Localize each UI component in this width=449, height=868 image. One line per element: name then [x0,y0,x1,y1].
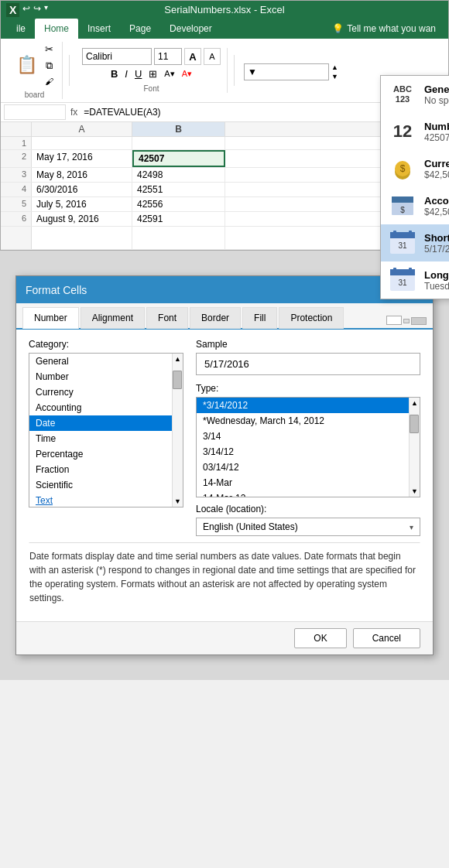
formula-prefix: fx [70,107,77,118]
grow-font-btn[interactable]: A [184,48,201,65]
locale-label: Locale (location): [196,504,420,514]
cell-3b[interactable]: 42498 [132,168,225,182]
font-name-input[interactable] [82,48,152,65]
type-scrollbar[interactable]: ▲ ▼ [409,398,420,497]
tab-fill[interactable]: Fill [242,307,277,329]
redo-btn[interactable]: ↪ [33,3,41,17]
cell-6a[interactable]: August 9, 2016 [32,212,132,226]
type-scroll-down[interactable]: ▼ [410,486,420,497]
locale-select[interactable]: English (United States) ▾ [196,518,420,536]
shrink-font-btn[interactable]: A [204,48,221,65]
type-scroll-track[interactable] [410,408,420,486]
type-scroll-up[interactable]: ▲ [410,398,420,408]
list-item[interactable]: Accounting [29,400,172,415]
dialog-overlay: Format Cells ? ✕ Number Alignment Font B… [0,251,449,680]
cell-1a[interactable] [32,137,132,149]
row-num-3: 3 [1,168,32,182]
cell-3a[interactable]: May 8, 2016 [32,168,132,182]
list-item[interactable]: Number [29,369,172,384]
scroll-track[interactable] [173,364,183,496]
cut-btn[interactable]: ✂ [43,42,56,56]
format-item-currency[interactable]: $ Currency $42,507.00 [381,150,449,187]
tab-home[interactable]: Home [35,19,78,39]
excel-window: X ↩ ↪ ▾ SerialNumbers.xlsx - Excel ile H… [0,0,449,251]
italic-btn[interactable]: I [122,67,130,81]
font-size-input[interactable] [154,48,182,65]
type-list: *3/14/2012 *Wednesday, March 14, 2012 3/… [196,397,420,497]
tab-alignment[interactable]: Alignment [81,307,145,329]
list-item[interactable]: Percentage [29,446,172,462]
accounting-icon: $ [389,192,416,220]
locale-value: English (United States) [203,521,298,532]
number-text: Number 42507.00 [424,121,449,143]
type-item[interactable]: 3/14/12 [197,444,409,460]
format-item-longdate[interactable]: 31 Long Date Tuesday, May 17, 2016 [381,261,449,299]
cell-4a[interactable]: 6/30/2016 [32,183,132,196]
category-scrollbar[interactable]: ▲ ▼ [172,354,183,507]
list-item-date[interactable]: Date [29,415,172,431]
tab-page[interactable]: Page [120,19,160,39]
cancel-button[interactable]: Cancel [353,628,420,648]
cell-2b[interactable]: 42507 [132,150,225,167]
list-item[interactable]: General [29,354,172,369]
list-item[interactable]: Scientific [29,477,172,493]
cell-4b[interactable]: 42551 [132,183,225,196]
col-header-a: A [32,122,132,136]
tab-font[interactable]: Font [146,307,188,329]
list-item[interactable]: Text [29,493,172,507]
type-scroll-thumb[interactable] [410,415,419,433]
type-item[interactable]: 3/14 [197,429,409,444]
tab-file[interactable]: ile [7,19,35,39]
format-box-text: ▼ [248,67,257,77]
copy-btn[interactable]: ⧉ [43,58,56,73]
format-item-number[interactable]: 12 Number 42507.00 [381,113,449,150]
paste-btn[interactable]: 📋 [13,53,40,77]
longdate-icon: 31 [389,266,416,294]
format-dn-btn[interactable]: ▼ [331,72,339,81]
tab-number[interactable]: Number [22,307,79,329]
type-item[interactable]: 14-Mar-12 [197,490,409,497]
cell-2a[interactable]: May 17, 2016 [32,150,132,167]
tab-border[interactable]: Border [190,307,241,329]
type-item[interactable]: 14-Mar [197,475,409,490]
font-color-btn[interactable]: A▾ [180,67,194,80]
tab-insert[interactable]: Insert [78,19,120,39]
quick-access-more[interactable]: ▾ [44,3,48,17]
underline-btn[interactable]: U [132,67,144,81]
list-item[interactable]: Fraction [29,462,172,477]
tab-protection[interactable]: Protection [279,307,344,329]
tell-me-label: 💡 Tell me what you wan [326,19,442,39]
type-item[interactable]: 03/14/12 [197,460,409,475]
row-num-1: 1 [1,137,32,149]
scroll-down-btn[interactable]: ▼ [173,496,183,507]
cell-1b[interactable] [132,137,225,149]
type-item[interactable]: *Wednesday, March 14, 2012 [197,413,409,429]
type-item[interactable]: *3/14/2012 [197,398,409,413]
shortdate-text: Short Date 5/17/2016 [424,232,449,255]
cell-5b[interactable]: 42556 [132,197,225,211]
tab-developer[interactable]: Developer [160,19,221,39]
list-item[interactable]: Time [29,431,172,446]
format-item-general[interactable]: ABC123 General No specific format [381,76,449,113]
description-text: Date formats display date and time seria… [29,542,420,612]
format-up-btn[interactable]: ▲ [331,63,339,72]
cell-7a[interactable] [32,227,132,249]
shortdate-icon: 31 [389,229,416,257]
fill-color-btn[interactable]: A▾ [162,67,177,80]
svg-rect-15 [409,268,412,272]
list-item[interactable]: Currency [29,384,172,400]
ok-button[interactable]: OK [294,628,346,648]
cell-7b[interactable] [132,227,225,249]
format-item-shortdate[interactable]: 31 Short Date 5/17/2016 [381,224,449,261]
cell-5a[interactable]: July 5, 2016 [32,197,132,211]
undo-btn[interactable]: ↩ [22,3,30,17]
scroll-up-btn[interactable]: ▲ [173,354,183,364]
format-painter-btn[interactable]: 🖌 [43,75,56,87]
bold-btn[interactable]: B [108,67,120,81]
format-cells-dialog: Format Cells ? ✕ Number Alignment Font B… [15,275,434,655]
borders-btn[interactable]: ⊞ [146,67,159,81]
name-box[interactable] [4,104,66,120]
cell-6b[interactable]: 42591 [132,212,225,226]
scroll-thumb[interactable] [173,371,182,389]
format-item-accounting[interactable]: $ Accounting $42,507.00 [381,187,449,224]
